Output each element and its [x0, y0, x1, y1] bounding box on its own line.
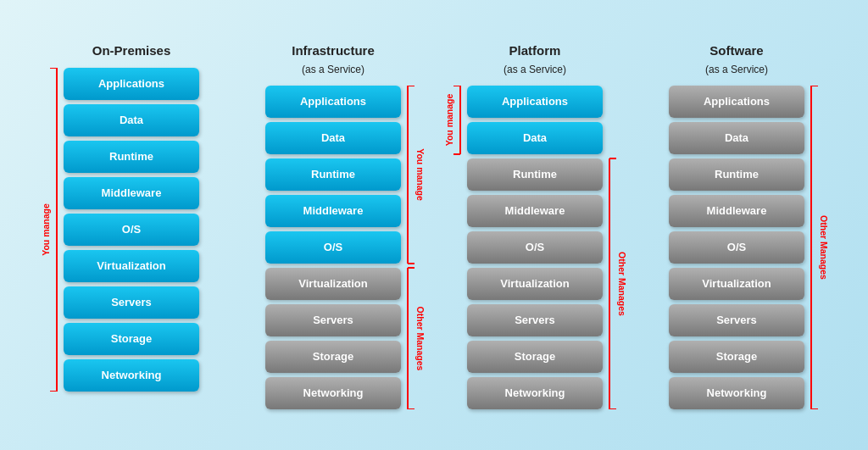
stack-wrap-software: ApplicationsDataRuntimeMiddlewareO/SVirt…	[643, 86, 830, 409]
tile-platform-3: Middleware	[467, 195, 603, 227]
bracket-svg-left-platform: You manage	[442, 86, 467, 409]
tile-software-8: Networking	[669, 377, 804, 409]
tile-infrastructure-7: Storage	[265, 341, 401, 373]
tile-on-premises-0: Applications	[64, 68, 199, 100]
tile-software-4: O/S	[669, 231, 804, 264]
svg-text:Other Manages: Other Manages	[617, 252, 627, 316]
column-title-infrastructure: Infrastructure(as a Service)	[292, 42, 375, 77]
tile-on-premises-7: Storage	[64, 323, 199, 355]
tile-platform-8: Networking	[467, 377, 603, 409]
tile-on-premises-5: Virtualization	[64, 250, 199, 282]
left-bracket-platform: You manage	[442, 86, 467, 409]
column-platform: Platform(as a Service)You manageApplicat…	[442, 42, 628, 409]
svg-text:You manage: You manage	[444, 93, 454, 146]
tile-software-6: Servers	[669, 304, 804, 336]
tile-software-2: Runtime	[669, 158, 804, 191]
left-bracket-on-premises: You manage	[38, 68, 64, 392]
column-title-platform: Platform(as a Service)	[504, 42, 566, 77]
column-title-software: Software(as a Service)	[705, 42, 768, 77]
tile-on-premises-6: Servers	[64, 286, 199, 319]
stack-on-premises: ApplicationsDataRuntimeMiddlewareO/SVirt…	[64, 68, 199, 392]
column-software: Software(as a Service)ApplicationsDataRu…	[643, 42, 830, 409]
tile-platform-7: Storage	[467, 341, 603, 373]
stack-platform: ApplicationsDataRuntimeMiddlewareO/SVirt…	[467, 86, 603, 409]
tile-platform-1: Data	[467, 122, 603, 154]
bracket-svg-left-on-premises: You manage	[38, 68, 64, 392]
tile-platform-6: Servers	[467, 304, 603, 336]
bracket-svg-right-infrastructure-Other Manages: Other Manages	[401, 86, 426, 409]
tile-software-0: Applications	[669, 86, 804, 118]
column-title-on-premises: On-Premises	[92, 42, 171, 59]
tile-on-premises-3: Middleware	[64, 177, 199, 209]
tile-infrastructure-6: Servers	[265, 304, 401, 336]
tile-platform-2: Runtime	[467, 158, 603, 191]
stack-wrap-platform: You manageApplicationsDataRuntimeMiddlew…	[442, 86, 628, 409]
svg-text:Other Manages: Other Manages	[819, 215, 829, 280]
tile-on-premises-4: O/S	[64, 214, 199, 246]
tile-software-3: Middleware	[669, 195, 804, 227]
column-infrastructure: Infrastructure(as a Service)Applications…	[240, 42, 426, 409]
tile-on-premises-1: Data	[64, 104, 199, 136]
tile-software-1: Data	[669, 122, 804, 154]
tile-infrastructure-8: Networking	[265, 377, 401, 409]
main-container: On-PremisesYou manageApplicationsDataRun…	[0, 26, 868, 425]
stack-wrap-infrastructure: ApplicationsDataRuntimeMiddlewareO/SVirt…	[240, 86, 426, 409]
tile-on-premises-2: Runtime	[64, 141, 199, 173]
tile-platform-0: Applications	[467, 86, 603, 118]
stack-software: ApplicationsDataRuntimeMiddlewareO/SVirt…	[669, 86, 804, 409]
tile-platform-5: Virtualization	[467, 268, 603, 300]
tile-infrastructure-1: Data	[265, 122, 401, 154]
tile-infrastructure-3: Middleware	[265, 195, 401, 227]
svg-text:Other Manages: Other Manages	[415, 306, 426, 370]
right-bracket-infrastructure: You manageOther Manages	[401, 86, 426, 409]
tile-infrastructure-2: Runtime	[265, 158, 401, 191]
bracket-svg-right-platform-Other Manages: Other Manages	[603, 86, 628, 409]
tile-infrastructure-4: O/S	[265, 231, 401, 264]
tile-platform-4: O/S	[467, 231, 603, 264]
tile-software-5: Virtualization	[669, 268, 804, 300]
tile-software-7: Storage	[669, 341, 804, 373]
tile-on-premises-8: Networking	[64, 359, 199, 392]
column-on-premises: On-PremisesYou manageApplicationsDataRun…	[38, 42, 225, 392]
right-bracket-platform: Other Manages	[603, 86, 628, 409]
stack-infrastructure: ApplicationsDataRuntimeMiddlewareO/SVirt…	[265, 86, 401, 409]
right-bracket-software: Other Manages	[804, 86, 830, 409]
bracket-svg-right-software-Other Manages: Other Manages	[804, 86, 830, 409]
tile-infrastructure-0: Applications	[265, 86, 401, 118]
svg-text:You manage: You manage	[41, 203, 51, 256]
stack-wrap-on-premises: You manageApplicationsDataRuntimeMiddlew…	[38, 68, 225, 392]
tile-infrastructure-5: Virtualization	[265, 268, 401, 300]
